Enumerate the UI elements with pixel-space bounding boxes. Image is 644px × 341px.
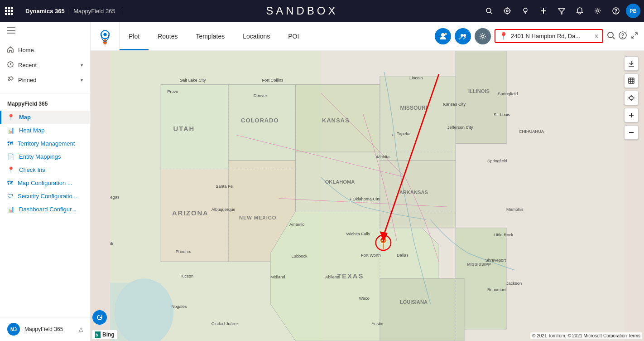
- pinned-icon: [7, 76, 14, 84]
- svg-line-38: [613, 37, 615, 39]
- svg-text:ILLINOIS: ILLINOIS: [468, 88, 490, 94]
- plus-icon[interactable]: [535, 3, 552, 19]
- location-search-box[interactable]: 📍 ✕: [495, 29, 603, 43]
- svg-point-24: [616, 13, 616, 13]
- svg-text:UTAH: UTAH: [173, 125, 195, 132]
- bell-icon[interactable]: [572, 3, 588, 19]
- mf-help-icon[interactable]: [619, 31, 627, 41]
- heat-map-label: Heat Map: [19, 127, 44, 134]
- svg-text:Salt Lake City: Salt Lake City: [180, 78, 206, 83]
- svg-text:OKLAHOMA: OKLAHOMA: [325, 179, 355, 185]
- zoom-out-btn[interactable]: [624, 125, 639, 140]
- svg-text:Waco: Waco: [359, 296, 369, 301]
- svg-point-117: [258, 95, 260, 97]
- location-search-input[interactable]: [511, 33, 594, 39]
- svg-point-115: [182, 79, 184, 81]
- mf-group-btn[interactable]: [455, 28, 471, 44]
- sidebar-divider: [0, 93, 90, 93]
- svg-text:Lubbock: Lubbock: [292, 254, 308, 258]
- svg-text:ARKANSAS: ARKANSAS: [399, 190, 428, 195]
- sidebar-item-pinned[interactable]: Pinned ▾: [0, 73, 90, 88]
- top-navigation: Dynamics 365 | MappyField 365 SANDBOX: [0, 0, 644, 22]
- lightbulb-icon[interactable]: [517, 3, 533, 19]
- mf-user-pin-btn[interactable]: 📍: [435, 28, 451, 44]
- svg-point-9: [486, 8, 491, 13]
- svg-text:KANSAS: KANSAS: [322, 117, 350, 124]
- svg-text:Beaumont: Beaumont: [487, 287, 507, 292]
- svg-text:Jackson: Jackson: [506, 281, 522, 286]
- sidebar-hamburger-icon[interactable]: [0, 22, 90, 41]
- svg-rect-1: [8, 7, 10, 9]
- svg-rect-0: [5, 7, 7, 9]
- sidebar-bottom-chevron: △: [79, 326, 83, 332]
- svg-text:Kansas City: Kansas City: [443, 102, 466, 107]
- territory-management-label: Territory Management: [18, 140, 75, 147]
- search-icon[interactable]: [481, 3, 497, 19]
- svg-text:ili: ili: [111, 241, 113, 246]
- svg-text:Little Rock: Little Rock: [494, 233, 514, 237]
- settings-icon[interactable]: [590, 3, 606, 19]
- mf-nav: PlotRoutesTemplatesLocationsPOI: [120, 22, 308, 50]
- sidebar-item-home[interactable]: Home: [0, 43, 90, 58]
- sidebar-item-security-configuration[interactable]: 🛡Security Configuratio...: [0, 190, 90, 203]
- svg-rect-2: [11, 7, 13, 9]
- svg-text:Denver: Denver: [254, 93, 267, 98]
- svg-point-37: [608, 32, 613, 38]
- mf-nav-templates[interactable]: Templates: [187, 22, 234, 50]
- sidebar-item-territory-management[interactable]: 🗺Territory Management: [0, 137, 90, 150]
- svg-rect-58: [380, 278, 464, 341]
- svg-text:MISSISSIPP: MISSISSIPP: [467, 262, 491, 267]
- svg-point-30: [103, 33, 106, 36]
- search-clear-icon[interactable]: ✕: [594, 33, 599, 39]
- dashboard-configuration-nav-icon: 📊: [7, 206, 14, 213]
- sidebar-section-title: MappyField 365: [0, 97, 90, 111]
- sidebar-item-entity-mappings[interactable]: 📄Entity Mappings: [0, 150, 90, 163]
- sidebar-item-heat-map[interactable]: 📊Heat Map: [0, 124, 90, 137]
- mf-nav-poi[interactable]: POI: [279, 22, 308, 50]
- refresh-btn[interactable]: [92, 310, 107, 325]
- sidebar-item-map-configuration[interactable]: 🗺Map Configuration ...: [0, 176, 90, 190]
- layers-btn[interactable]: [624, 73, 639, 88]
- svg-text:egas: egas: [111, 195, 120, 200]
- sidebar-item-recent[interactable]: Recent ▾: [0, 58, 90, 73]
- mf-nav-locations[interactable]: Locations: [234, 22, 279, 50]
- security-configuration-nav-icon: 🛡: [7, 193, 13, 200]
- sandbox-title: SANDBOX: [123, 5, 481, 17]
- sidebar-bottom-avatar: M3: [7, 323, 20, 336]
- map-area[interactable]: UTAH COLORADO ARIZONA NEW MEXICO KANSAS …: [91, 51, 644, 341]
- svg-rect-3: [5, 10, 7, 12]
- sidebar-item-dashboard-configuration[interactable]: 📊Dashboard Configur...: [0, 203, 90, 216]
- svg-point-119: [376, 156, 378, 158]
- user-avatar[interactable]: PB: [626, 4, 640, 18]
- help-icon[interactable]: [608, 3, 624, 19]
- mf-expand-icon[interactable]: [630, 31, 639, 41]
- mf-nav-plot[interactable]: Plot: [120, 22, 149, 50]
- svg-text:Topeka: Topeka: [397, 132, 411, 136]
- download-btn[interactable]: [624, 56, 639, 71]
- map-label: Map: [19, 114, 31, 121]
- mf-nav-routes[interactable]: Routes: [149, 22, 187, 50]
- sidebar-item-check-ins[interactable]: 📍Check Ins: [0, 163, 90, 176]
- map-configuration-nav-icon: 🗺: [7, 180, 13, 186]
- mf-search-icon[interactable]: [607, 31, 615, 41]
- svg-text:Abilene: Abilene: [325, 275, 339, 279]
- app-brand: Dynamics 365 | MappyField 365: [18, 8, 123, 15]
- mf-gear-btn[interactable]: [475, 28, 491, 44]
- svg-text:Wichita: Wichita: [376, 155, 390, 159]
- grid-menu-icon[interactable]: [0, 0, 18, 22]
- mf-logo: [91, 22, 120, 51]
- locate-btn[interactable]: [624, 91, 639, 105]
- map-configuration-label: Map Configuration ...: [18, 180, 72, 186]
- sidebar-item-map[interactable]: 📍Map: [0, 111, 90, 124]
- svg-point-35: [463, 34, 466, 37]
- svg-text:Nogales: Nogales: [171, 304, 187, 309]
- zoom-in-btn[interactable]: [624, 108, 639, 122]
- svg-text:Amarillo: Amarillo: [289, 222, 305, 227]
- svg-text:Fort Collins: Fort Collins: [262, 78, 283, 83]
- svg-text:LOUISIANA: LOUISIANA: [400, 299, 428, 305]
- svg-text:MISSOURI: MISSOURI: [400, 105, 427, 111]
- check-ins-label: Check Ins: [19, 166, 45, 173]
- filter-icon[interactable]: [553, 3, 570, 19]
- target-icon[interactable]: [499, 3, 515, 19]
- bing-label: Bing: [102, 331, 115, 338]
